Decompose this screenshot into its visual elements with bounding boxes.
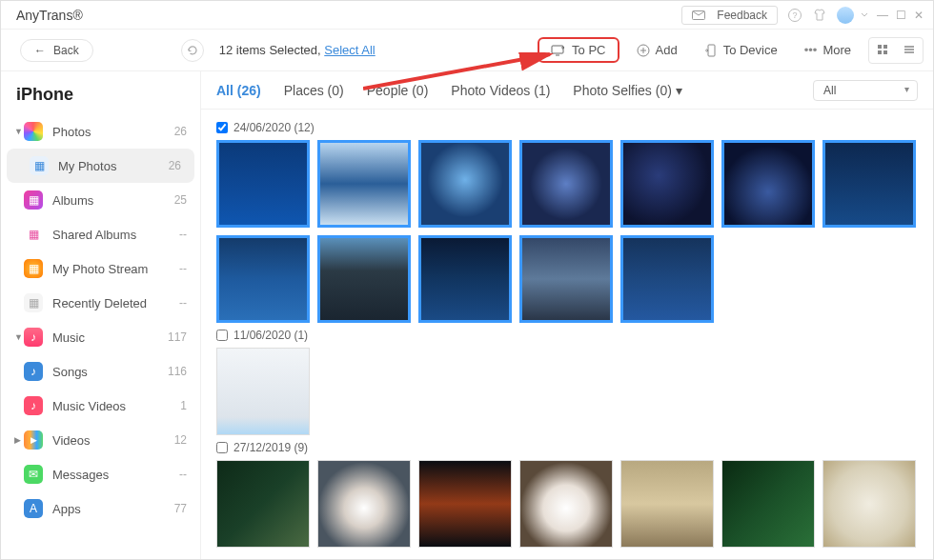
photo-thumbnail[interactable] [620, 235, 714, 323]
refresh-icon [187, 45, 198, 56]
svg-rect-3 [552, 46, 563, 53]
tab-places[interactable]: Places (0) [284, 83, 344, 98]
photo-thumbnail[interactable] [620, 460, 714, 548]
dots-icon: ••• [804, 43, 818, 57]
selection-status: 12 items Selected, Select All [219, 43, 376, 57]
sidebar-item-my-photos[interactable]: ▦My Photos26 [7, 149, 194, 183]
select-all-link[interactable]: Select All [324, 43, 375, 57]
svg-rect-7 [883, 45, 887, 49]
photo-thumbnail[interactable] [721, 140, 815, 228]
photo-thumbnail[interactable] [418, 140, 512, 228]
app-name: AnyTrans® [16, 8, 83, 23]
date-checkbox[interactable] [216, 122, 228, 133]
svg-rect-9 [883, 50, 887, 54]
chevron-down-icon: ▼ [14, 332, 24, 342]
photo-thumbnail[interactable] [317, 460, 411, 548]
svg-rect-5 [708, 45, 715, 56]
tab-all[interactable]: All (26) [216, 83, 261, 98]
list-view-button[interactable] [896, 38, 923, 63]
music-sub-icon: ♪ [24, 362, 43, 381]
photo-thumbnail[interactable] [822, 460, 916, 548]
tabs-row: All (26)Places (0)People (0)Photo Videos… [201, 71, 933, 110]
sidebar-item-videos[interactable]: ▶ ▶ Videos 12 [1, 423, 200, 457]
messages-icon: ✉ [24, 465, 43, 484]
photo-thumbnail[interactable] [519, 235, 613, 323]
to-device-icon [704, 44, 718, 57]
sidebar-item-photos[interactable]: ▼ Photos 26 [1, 114, 200, 149]
sidebar-item-my-photo-stream[interactable]: ▦My Photo Stream-- [1, 251, 200, 286]
photo-thumbnail[interactable] [418, 235, 512, 323]
plus-circle-icon [637, 44, 650, 57]
photo-thumbnail[interactable] [317, 140, 411, 228]
tab-people[interactable]: People (0) [367, 83, 429, 98]
shirt-icon[interactable] [812, 8, 827, 23]
photo-sub-icon: ▦ [24, 190, 43, 210]
thumb-row [216, 348, 918, 435]
refresh-button[interactable] [181, 39, 204, 62]
photo-thumbnail[interactable] [519, 460, 613, 548]
to-pc-button[interactable]: To PC [538, 37, 619, 63]
photo-sub-icon: ▦ [30, 156, 49, 175]
apps-icon: A [24, 499, 43, 518]
chevron-down-icon: ▼ [14, 127, 24, 136]
photo-thumbnail[interactable] [216, 460, 310, 548]
photo-thumbnail[interactable] [620, 140, 714, 228]
photos-icon [24, 122, 43, 141]
filter-select[interactable]: All [813, 80, 918, 101]
photo-thumbnail[interactable] [721, 460, 815, 548]
tab-photo-videos[interactable]: Photo Videos (1) [451, 83, 550, 98]
photo-thumbnail[interactable] [418, 460, 512, 548]
minimize-button[interactable]: — [877, 9, 888, 22]
date-checkbox[interactable] [216, 330, 228, 341]
sidebar-item-apps[interactable]: A Apps 77 [1, 491, 200, 526]
sidebar-item-music-videos[interactable]: ♪Music Videos1 [1, 389, 200, 423]
photo-thumbnail[interactable] [317, 235, 411, 323]
sidebar: iPhone ▼ Photos 26 ▦My Photos26▦Albums25… [1, 71, 201, 560]
photo-sub-icon: ▦ [24, 225, 43, 244]
thumb-row [216, 460, 918, 548]
mail-icon [692, 10, 705, 20]
sidebar-item-albums[interactable]: ▦Albums25 [1, 183, 200, 217]
help-icon[interactable]: ? [787, 8, 802, 23]
date-group-header[interactable]: 27/12/2019 (9) [216, 441, 918, 454]
photo-sub-icon: ▦ [24, 259, 43, 278]
sidebar-item-shared-albums[interactable]: ▦Shared Albums-- [1, 217, 200, 251]
to-device-button[interactable]: To Device [695, 39, 787, 61]
arrow-left-icon: ← [34, 44, 46, 57]
sidebar-item-recently-deleted[interactable]: ▦Recently Deleted-- [1, 286, 200, 320]
thumb-row [216, 140, 918, 323]
photo-thumbnail[interactable] [519, 140, 613, 228]
tab-photo-selfies[interactable]: Photo Selfies (0) ▾ [573, 83, 681, 98]
back-button[interactable]: ← Back [20, 39, 93, 62]
photo-thumbnail[interactable] [216, 348, 310, 435]
avatar[interactable] [837, 7, 854, 24]
photo-thumbnail[interactable] [216, 235, 310, 323]
view-toggle [868, 37, 924, 64]
dropdown-icon[interactable] [860, 10, 869, 20]
add-button[interactable]: Add [627, 39, 687, 61]
more-button[interactable]: ••• More [795, 39, 861, 61]
chevron-right-icon: ▶ [14, 435, 24, 445]
svg-rect-8 [878, 50, 882, 54]
maximize-button[interactable]: ☐ [896, 9, 906, 22]
feedback-button[interactable]: Feedback [681, 6, 778, 25]
svg-rect-6 [878, 45, 882, 49]
close-button[interactable]: ✕ [914, 9, 924, 22]
music-icon: ♪ [24, 328, 43, 347]
grid-view-button[interactable] [869, 38, 896, 63]
photo-sub-icon: ▦ [24, 293, 43, 312]
sidebar-item-messages[interactable]: ✉ Messages -- [1, 457, 200, 491]
sidebar-item-music[interactable]: ▼ ♪ Music 117 [1, 320, 200, 354]
date-checkbox[interactable] [216, 442, 228, 453]
to-pc-icon [551, 44, 566, 57]
photo-thumbnail[interactable] [822, 140, 916, 228]
videos-icon: ▶ [24, 430, 43, 450]
photo-thumbnail[interactable] [216, 140, 310, 228]
date-group-header[interactable]: 11/06/2020 (1) [216, 329, 918, 342]
date-group-header[interactable]: 24/06/2020 (12) [216, 121, 918, 134]
svg-text:?: ? [792, 10, 797, 20]
sidebar-item-songs[interactable]: ♪Songs116 [1, 354, 200, 389]
music-sub-icon: ♪ [24, 396, 43, 415]
gallery: 24/06/2020 (12)11/06/2020 (1)27/12/2019 … [201, 110, 933, 560]
device-name: iPhone [1, 81, 200, 114]
